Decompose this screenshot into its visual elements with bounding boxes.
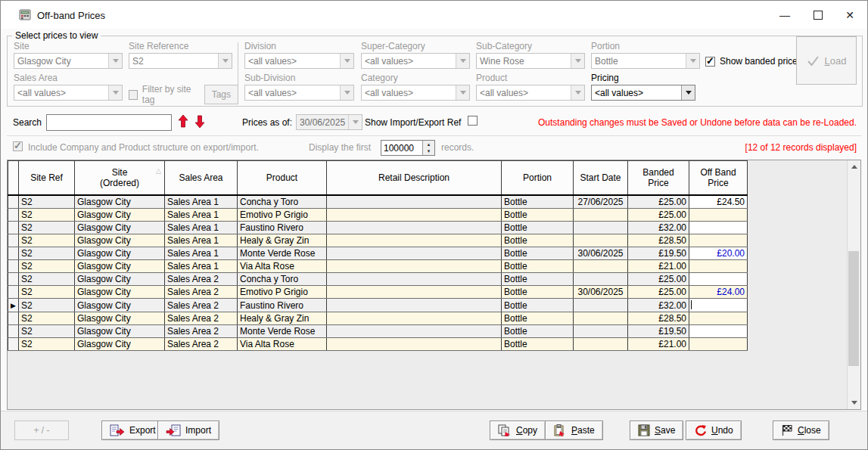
show-import-export-ref-checkbox[interactable] <box>468 116 478 126</box>
column-header[interactable]: Product <box>238 161 327 196</box>
table-row[interactable]: S2Glasgow CitySales Area 1Healy & Gray Z… <box>8 234 748 247</box>
row-selector-cell[interactable] <box>8 209 19 222</box>
table-cell[interactable]: Glasgow City <box>75 273 165 286</box>
pricing-combo[interactable]: <all values> <box>591 85 695 101</box>
copy-button[interactable]: Copy <box>490 421 546 440</box>
table-cell[interactable]: Healy & Gray Zin <box>238 312 327 325</box>
maximize-button[interactable] <box>805 7 831 23</box>
table-cell[interactable]: Bottle <box>502 222 574 234</box>
site-combo[interactable]: Glasgow City <box>14 53 123 69</box>
table-cell[interactable] <box>327 325 502 338</box>
chevron-down-icon[interactable] <box>108 85 122 100</box>
table-cell[interactable]: £32.00 <box>628 299 689 312</box>
scroll-down-icon[interactable] <box>848 396 860 409</box>
column-header[interactable]: Site(Ordered)△ <box>75 161 165 196</box>
table-cell[interactable] <box>574 338 628 351</box>
row-selector-cell[interactable] <box>8 273 19 286</box>
table-cell[interactable]: 30/06/2025 <box>574 286 628 299</box>
chevron-down-icon[interactable] <box>340 54 353 68</box>
table-cell[interactable]: Monte Verde Rose <box>238 247 327 260</box>
table-cell[interactable] <box>327 234 502 247</box>
table-cell[interactable]: Via Alta Rose <box>238 338 327 351</box>
table-cell[interactable]: £28.50 <box>628 312 689 325</box>
table-cell[interactable]: Concha y Toro <box>238 195 327 209</box>
import-button[interactable]: Import <box>157 421 219 440</box>
table-cell[interactable] <box>574 234 628 247</box>
table-row[interactable]: S2Glasgow CitySales Area 2Concha y ToroB… <box>8 273 748 286</box>
search-down-icon[interactable] <box>194 114 205 129</box>
table-row[interactable]: S2Glasgow CitySales Area 2Healy & Gray Z… <box>8 312 748 325</box>
table-cell[interactable] <box>327 286 502 299</box>
chevron-down-icon[interactable] <box>686 54 699 68</box>
table-cell[interactable]: Emotivo P Grigio <box>238 286 327 299</box>
table-cell[interactable] <box>327 260 502 273</box>
close-button[interactable]: Close <box>773 421 829 440</box>
table-cell[interactable]: Sales Area 1 <box>165 260 238 273</box>
table-cell[interactable]: £32.00 <box>628 222 689 234</box>
vertical-scrollbar[interactable] <box>847 160 860 409</box>
table-cell[interactable] <box>689 338 748 351</box>
display-first-stepper[interactable]: 100000 ▲▼ <box>381 140 435 156</box>
table-cell[interactable]: Glasgow City <box>75 312 165 325</box>
table-cell[interactable] <box>574 260 628 273</box>
table-cell[interactable] <box>327 338 502 351</box>
table-cell[interactable]: S2 <box>19 195 75 209</box>
table-cell[interactable]: £28.50 <box>628 234 689 247</box>
row-selector-cell[interactable] <box>8 247 19 260</box>
table-cell[interactable]: S2 <box>19 222 75 234</box>
table-cell[interactable]: Concha y Toro <box>238 273 327 286</box>
column-header[interactable]: Start Date <box>574 161 628 196</box>
table-cell[interactable]: Bottle <box>502 260 574 273</box>
table-cell[interactable]: Glasgow City <box>75 209 165 222</box>
filter-by-site-tag-checkbox[interactable] <box>129 90 138 100</box>
table-cell[interactable]: Bottle <box>502 338 574 351</box>
column-header[interactable]: Retail Description <box>327 161 502 196</box>
table-cell[interactable]: £21.00 <box>628 260 689 273</box>
row-selector-cell[interactable]: ▶ <box>8 299 19 312</box>
minimize-button[interactable]: — <box>772 7 798 23</box>
row-selector-cell[interactable] <box>8 325 19 338</box>
table-row[interactable]: S2Glasgow CitySales Area 2Emotivo P Grig… <box>8 286 748 299</box>
portion-combo[interactable]: Bottle <box>591 53 700 69</box>
table-cell[interactable] <box>689 260 748 273</box>
spin-down-icon[interactable]: ▼ <box>423 148 434 156</box>
table-cell[interactable]: Glasgow City <box>75 260 165 273</box>
table-row[interactable]: S2Glasgow CitySales Area 1Faustino River… <box>8 222 748 234</box>
table-cell[interactable]: 30/06/2025 <box>574 247 628 260</box>
row-selector-cell[interactable] <box>8 260 19 273</box>
table-cell[interactable]: £25.00 <box>628 195 689 209</box>
table-cell[interactable]: Glasgow City <box>75 325 165 338</box>
table-cell[interactable]: £19.50 <box>628 247 689 260</box>
export-button[interactable]: Export <box>101 421 164 440</box>
chevron-down-icon[interactable] <box>218 54 232 68</box>
table-cell[interactable]: Faustino Rivero <box>238 222 327 234</box>
chevron-down-icon[interactable] <box>340 85 353 100</box>
table-cell[interactable] <box>689 273 748 286</box>
chevron-down-icon[interactable] <box>348 115 362 129</box>
table-cell[interactable]: S2 <box>19 247 75 260</box>
table-cell[interactable]: Monte Verde Rose <box>238 325 327 338</box>
table-cell[interactable]: £25.00 <box>628 273 689 286</box>
scroll-up-icon[interactable] <box>848 160 860 173</box>
sales-area-combo[interactable]: <all values> <box>14 85 123 101</box>
spin-up-icon[interactable]: ▲ <box>423 141 434 148</box>
table-cell[interactable]: Sales Area 1 <box>165 234 238 247</box>
table-cell[interactable]: S2 <box>19 299 75 312</box>
table-cell[interactable]: Bottle <box>502 312 574 325</box>
table-cell[interactable]: Bottle <box>502 234 574 247</box>
table-cell[interactable] <box>689 234 748 247</box>
table-cell[interactable]: Bottle <box>502 286 574 299</box>
table-cell[interactable] <box>327 222 502 234</box>
table-cell[interactable]: Bottle <box>502 299 574 312</box>
table-cell[interactable] <box>689 209 748 222</box>
column-header[interactable]: Off BandPrice <box>689 161 748 196</box>
sub-category-combo[interactable]: Wine Rose <box>476 53 585 69</box>
table-cell[interactable]: Sales Area 2 <box>165 299 238 312</box>
table-cell[interactable]: Sales Area 1 <box>165 209 238 222</box>
table-cell[interactable]: Glasgow City <box>75 286 165 299</box>
chevron-down-icon[interactable] <box>681 85 695 100</box>
table-cell[interactable]: Healy & Gray Zin <box>238 234 327 247</box>
table-cell[interactable]: Bottle <box>502 209 574 222</box>
table-cell[interactable]: Glasgow City <box>75 247 165 260</box>
table-cell[interactable]: Bottle <box>502 195 574 209</box>
